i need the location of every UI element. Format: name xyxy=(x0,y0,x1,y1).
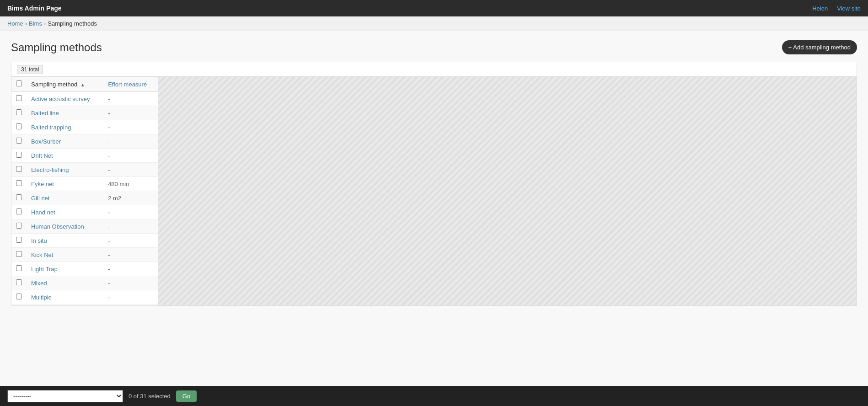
select-all-header[interactable] xyxy=(11,77,27,92)
row-checkbox[interactable] xyxy=(16,265,22,271)
topbar: Bims Admin Page Helen View site xyxy=(0,0,868,16)
row-name-link[interactable]: Kick Net xyxy=(31,251,53,258)
breadcrumb-current: Sampling methods xyxy=(48,20,97,27)
breadcrumb-home[interactable]: Home xyxy=(7,20,23,27)
row-name-link[interactable]: Hand net xyxy=(31,209,55,216)
row-name-link[interactable]: Box/Surber xyxy=(31,138,61,145)
total-count: 31 total xyxy=(17,65,43,74)
row-name-link[interactable]: Active acoustic survey xyxy=(31,96,90,102)
row-name-link[interactable]: Human Observation xyxy=(31,223,84,230)
row-name-link[interactable]: Multiple xyxy=(31,294,52,301)
row-checkbox-cell xyxy=(11,248,27,262)
topbar-right: Helen View site xyxy=(812,5,861,12)
row-name-cell: Kick Net xyxy=(27,248,103,262)
row-name-cell: Baited trapping xyxy=(27,120,103,134)
row-checkbox[interactable] xyxy=(16,152,22,158)
table-row: Baited trapping- xyxy=(11,120,158,134)
row-effort-cell: - xyxy=(103,120,158,134)
row-checkbox-cell xyxy=(11,262,27,276)
table-row: Fyke net480 min xyxy=(11,177,158,191)
row-checkbox[interactable] xyxy=(16,279,22,285)
row-checkbox-cell xyxy=(11,219,27,234)
row-name-cell: Light Trap xyxy=(27,262,103,276)
table-row: Human Observation- xyxy=(11,219,158,234)
row-name-link[interactable]: Fyke net xyxy=(31,181,54,187)
row-checkbox[interactable] xyxy=(16,194,22,200)
sampling-methods-table: Sampling method ▲ Effort measure Active … xyxy=(11,77,158,304)
breadcrumb-sep1: › xyxy=(25,20,27,27)
table-row: Baited line- xyxy=(11,106,158,120)
table-row: Gill net2 m2 xyxy=(11,191,158,205)
table-row: Hand net- xyxy=(11,205,158,219)
row-name-cell: Baited line xyxy=(27,106,103,120)
add-sampling-method-button[interactable]: + Add sampling method xyxy=(782,40,857,54)
app-title: Bims Admin Page xyxy=(7,5,62,12)
table-row: Box/Surber- xyxy=(11,134,158,149)
row-effort-cell: - xyxy=(103,134,158,149)
row-checkbox[interactable] xyxy=(16,223,22,229)
row-checkbox-cell xyxy=(11,191,27,205)
row-name-cell: Box/Surber xyxy=(27,134,103,149)
row-checkbox-cell xyxy=(11,92,27,106)
row-name-link[interactable]: In situ xyxy=(31,237,47,244)
table-row: Multiple- xyxy=(11,290,158,304)
row-name-link[interactable]: Baited trapping xyxy=(31,124,71,131)
row-checkbox[interactable] xyxy=(16,208,22,214)
total-label: 31 total xyxy=(11,62,857,77)
row-name-link[interactable]: Drift Net xyxy=(31,152,53,159)
select-all-checkbox[interactable] xyxy=(16,80,22,86)
table-body: Active acoustic survey-Baited line-Baite… xyxy=(11,92,158,304)
row-checkbox[interactable] xyxy=(16,123,22,129)
row-checkbox[interactable] xyxy=(16,166,22,172)
row-name-cell: Fyke net xyxy=(27,177,103,191)
striped-panel xyxy=(158,77,857,305)
col-header-effort[interactable]: Effort measure xyxy=(103,77,158,92)
row-checkbox[interactable] xyxy=(16,109,22,115)
row-effort-cell: - xyxy=(103,92,158,106)
row-checkbox-cell xyxy=(11,163,27,177)
row-name-cell: Electro-fishing xyxy=(27,163,103,177)
row-effort-cell: 2 m2 xyxy=(103,191,158,205)
row-name-cell: Multiple xyxy=(27,290,103,304)
view-site-link[interactable]: View site xyxy=(837,5,861,12)
table-header: Sampling method ▲ Effort measure xyxy=(11,77,158,92)
row-name-link[interactable]: Light Trap xyxy=(31,266,58,272)
row-effort-cell: - xyxy=(103,262,158,276)
row-checkbox[interactable] xyxy=(16,138,22,144)
row-name-cell: Gill net xyxy=(27,191,103,205)
content-layout: Sampling method ▲ Effort measure Active … xyxy=(11,77,857,305)
row-checkbox[interactable] xyxy=(16,294,22,299)
row-checkbox-cell xyxy=(11,177,27,191)
row-checkbox-cell xyxy=(11,149,27,163)
row-effort-cell: - xyxy=(103,290,158,304)
table-row: In situ- xyxy=(11,234,158,248)
table-row: Drift Net- xyxy=(11,149,158,163)
row-checkbox[interactable] xyxy=(16,180,22,186)
sort-arrow-icon: ▲ xyxy=(80,82,85,87)
col-header-name[interactable]: Sampling method ▲ xyxy=(27,77,103,92)
table-wrap: Sampling method ▲ Effort measure Active … xyxy=(11,77,158,305)
row-name-cell: Human Observation xyxy=(27,219,103,234)
row-checkbox[interactable] xyxy=(16,95,22,101)
row-name-link[interactable]: Gill net xyxy=(31,195,49,202)
row-checkbox[interactable] xyxy=(16,237,22,243)
table-row: Active acoustic survey- xyxy=(11,92,158,106)
page-title: Sampling methods xyxy=(11,41,102,54)
table-row: Light Trap- xyxy=(11,262,158,276)
row-name-cell: Drift Net xyxy=(27,149,103,163)
row-effort-cell: - xyxy=(103,276,158,290)
row-checkbox-cell xyxy=(11,276,27,290)
row-checkbox-cell xyxy=(11,120,27,134)
row-effort-cell: 480 min xyxy=(103,177,158,191)
row-checkbox-cell xyxy=(11,134,27,149)
row-name-cell: Mixed xyxy=(27,276,103,290)
user-name[interactable]: Helen xyxy=(812,5,828,12)
row-effort-cell: - xyxy=(103,163,158,177)
row-name-link[interactable]: Electro-fishing xyxy=(31,166,69,173)
row-name-link[interactable]: Mixed xyxy=(31,280,47,287)
main-content: Sampling methods + Add sampling method 3… xyxy=(0,31,868,315)
row-name-cell: Active acoustic survey xyxy=(27,92,103,106)
breadcrumb-bims[interactable]: Bims xyxy=(29,20,42,27)
row-name-link[interactable]: Baited line xyxy=(31,110,59,117)
row-checkbox[interactable] xyxy=(16,251,22,257)
